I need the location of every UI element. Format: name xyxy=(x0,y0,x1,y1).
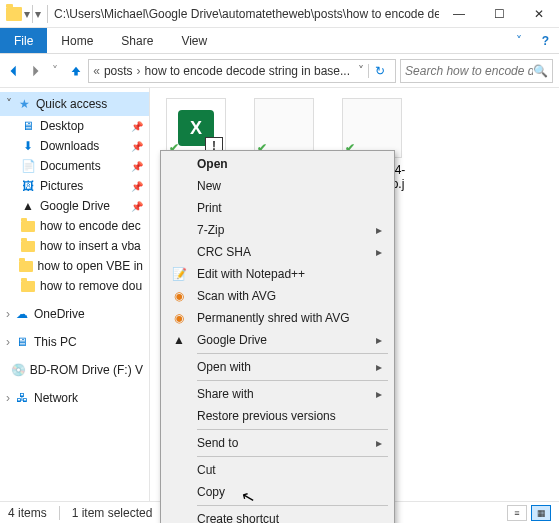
submenu-arrow-icon: ▸ xyxy=(376,245,382,259)
ribbon-expand-icon[interactable]: ˅ xyxy=(506,28,532,53)
sidebar-item-label: This PC xyxy=(34,335,77,349)
pin-icon: 📌 xyxy=(131,181,143,192)
folder-icon xyxy=(20,218,36,234)
help-icon[interactable]: ? xyxy=(532,28,559,53)
image-thumbnail-icon: ✔ xyxy=(342,98,402,158)
ctx-restore-previous[interactable]: Restore previous versions xyxy=(163,405,392,427)
folder-icon xyxy=(20,238,36,254)
breadcrumb[interactable]: posts xyxy=(104,64,133,78)
sidebar-item-label: Downloads xyxy=(40,139,99,153)
sidebar-pictures[interactable]: 🖼Pictures📌 xyxy=(0,176,149,196)
sidebar-folder[interactable]: how to remove dou xyxy=(0,276,149,296)
star-icon: ★ xyxy=(16,96,32,112)
gdrive-icon: ▲ xyxy=(171,332,187,348)
back-button[interactable] xyxy=(6,60,23,82)
sidebar-item-label: how to remove dou xyxy=(40,279,142,293)
address-bar[interactable]: « posts › how to encode decode string in… xyxy=(88,59,396,83)
sidebar-this-pc[interactable]: ›🖥This PC xyxy=(0,332,149,352)
submenu-arrow-icon: ▸ xyxy=(376,333,382,347)
this-pc-icon: 🖥 xyxy=(14,334,30,350)
ctx-print[interactable]: Print xyxy=(163,197,392,219)
ctx-shred-avg[interactable]: ◉Permanently shred with AVG xyxy=(163,307,392,329)
gdrive-icon: ▲ xyxy=(20,198,36,214)
sidebar-item-label: Documents xyxy=(40,159,101,173)
sidebar-downloads[interactable]: ⬇Downloads📌 xyxy=(0,136,149,156)
minimize-button[interactable]: — xyxy=(439,0,479,28)
sidebar-quick-access[interactable]: ˅ ★ Quick access xyxy=(0,92,149,116)
dropdown-icon[interactable]: ▾ xyxy=(24,7,30,21)
sidebar-desktop[interactable]: 🖥Desktop📌 xyxy=(0,116,149,136)
documents-icon: 📄 xyxy=(20,158,36,174)
sidebar-item-label: Network xyxy=(34,391,78,405)
window-title: C:\Users\Michael\Google Drive\automateth… xyxy=(48,7,439,21)
ctx-google-drive[interactable]: ▲Google Drive▸ xyxy=(163,329,392,351)
breadcrumb[interactable]: how to encode decode string in base... xyxy=(145,64,350,78)
titlebar-quick-icons: ▾ ▾ xyxy=(0,5,47,23)
ctx-7zip[interactable]: 7-Zip▸ xyxy=(163,219,392,241)
separator xyxy=(59,506,60,520)
separator xyxy=(197,429,388,430)
ctx-share-with[interactable]: Share with▸ xyxy=(163,383,392,405)
ctx-cut[interactable]: Cut xyxy=(163,459,392,481)
sidebar-folder[interactable]: how to encode dec xyxy=(0,216,149,236)
ctx-send-to[interactable]: Send to▸ xyxy=(163,432,392,454)
icons-view-button[interactable]: ▦ xyxy=(531,505,551,521)
sidebar-documents[interactable]: 📄Documents📌 xyxy=(0,156,149,176)
tab-share[interactable]: Share xyxy=(107,28,167,53)
tab-file[interactable]: File xyxy=(0,28,47,53)
chevron-left-icon[interactable]: « xyxy=(93,64,100,78)
ctx-new[interactable]: New xyxy=(163,175,392,197)
search-input[interactable] xyxy=(405,64,533,78)
notepadpp-icon: 📝 xyxy=(171,266,187,282)
recent-dropdown[interactable]: ˅ xyxy=(47,60,64,82)
sidebar-bdrom[interactable]: 💿BD-ROM Drive (F:) V xyxy=(0,360,149,380)
image-thumbnail-icon: ✔ xyxy=(254,98,314,158)
folder-icon xyxy=(6,7,22,21)
search-icon[interactable]: 🔍 xyxy=(533,64,548,78)
submenu-arrow-icon: ▸ xyxy=(376,387,382,401)
sidebar-network[interactable]: ›🖧Network xyxy=(0,388,149,408)
submenu-arrow-icon: ▸ xyxy=(376,360,382,374)
sidebar-item-label: Google Drive xyxy=(40,199,110,213)
disc-icon: 💿 xyxy=(11,362,26,378)
context-menu: Open New Print 7-Zip▸ CRC SHA▸ 📝Edit wit… xyxy=(160,150,395,523)
ctx-open[interactable]: Open xyxy=(163,153,392,175)
sidebar-folder[interactable]: how to insert a vba xyxy=(0,236,149,256)
search-box[interactable]: 🔍 xyxy=(400,59,553,83)
up-button[interactable] xyxy=(68,60,85,82)
ctx-create-shortcut[interactable]: Create shortcut xyxy=(163,508,392,523)
submenu-arrow-icon: ▸ xyxy=(376,223,382,237)
onedrive-icon: ☁ xyxy=(14,306,30,322)
close-button[interactable]: ✕ xyxy=(519,0,559,28)
sidebar-item-label: Pictures xyxy=(40,179,83,193)
sidebar-item-label: how to encode dec xyxy=(40,219,141,233)
maximize-button[interactable]: ☐ xyxy=(479,0,519,28)
tab-home[interactable]: Home xyxy=(47,28,107,53)
pin-icon: 📌 xyxy=(131,161,143,172)
chevron-right-icon: › xyxy=(137,64,141,78)
sidebar-item-label: how to open VBE in xyxy=(38,259,143,273)
ctx-copy[interactable]: Copy xyxy=(163,481,392,503)
refresh-icon[interactable]: ↻ xyxy=(368,64,391,78)
sidebar-onedrive[interactable]: ›☁OneDrive xyxy=(0,304,149,324)
chevron-right-icon: › xyxy=(6,335,10,349)
ctx-open-with[interactable]: Open with▸ xyxy=(163,356,392,378)
pictures-icon: 🖼 xyxy=(20,178,36,194)
ctx-scan-avg[interactable]: ◉Scan with AVG xyxy=(163,285,392,307)
sidebar-item-label: BD-ROM Drive (F:) V xyxy=(30,363,143,377)
sidebar-google-drive[interactable]: ▲Google Drive📌 xyxy=(0,196,149,216)
address-dropdown-icon[interactable]: ˅ xyxy=(358,64,364,78)
separator xyxy=(32,5,33,23)
details-view-button[interactable]: ≡ xyxy=(507,505,527,521)
overflow-icon[interactable]: ▾ xyxy=(35,7,41,21)
ctx-edit-notepadpp[interactable]: 📝Edit with Notepad++ xyxy=(163,263,392,285)
forward-button[interactable] xyxy=(27,60,44,82)
desktop-icon: 🖥 xyxy=(20,118,36,134)
folder-icon xyxy=(19,258,34,274)
sidebar-folder[interactable]: how to open VBE in xyxy=(0,256,149,276)
chevron-right-icon: › xyxy=(6,307,10,321)
ctx-crc-sha[interactable]: CRC SHA▸ xyxy=(163,241,392,263)
tab-view[interactable]: View xyxy=(167,28,221,53)
separator xyxy=(197,505,388,506)
downloads-icon: ⬇ xyxy=(20,138,36,154)
